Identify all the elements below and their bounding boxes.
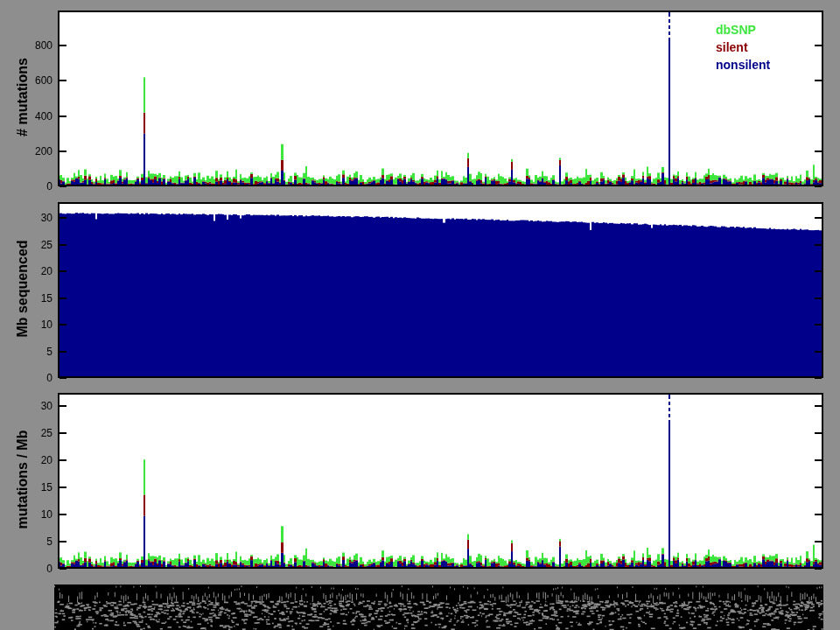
legend-item-silent: silent — [716, 38, 770, 56]
y-tick-label: 0 — [0, 563, 52, 575]
y-tick-label: 5 — [0, 536, 52, 548]
y-tick-label: 5 — [0, 346, 52, 358]
y-tick-label: 15 — [0, 292, 52, 304]
y-tick-label: 400 — [0, 110, 52, 122]
mutation-rate-figure: # mutations Mb sequenced mutations / Mb … — [0, 0, 840, 630]
y-tick-label: 0 — [0, 180, 52, 192]
charts-canvas — [0, 0, 840, 630]
y-tick-label: 15 — [0, 481, 52, 494]
y-tick-label: 0 — [0, 372, 52, 384]
y-tick-label: 600 — [0, 74, 52, 87]
legend-item-nonsilent: nonsilent — [716, 56, 770, 74]
y-tick-label: 200 — [0, 145, 52, 158]
y-tick-label: 30 — [0, 212, 52, 224]
y-tick-label: 10 — [0, 318, 52, 331]
y-axis-label-mutations: # mutations — [15, 1, 31, 193]
legend-item-dbsnp: dbSNP — [716, 21, 770, 38]
legend: dbSNP silent nonsilent — [716, 21, 770, 74]
y-tick-label: 25 — [0, 427, 52, 439]
y-tick-label: 800 — [0, 39, 52, 52]
y-tick-label: 20 — [0, 265, 52, 277]
y-tick-label: 20 — [0, 454, 52, 466]
y-tick-label: 10 — [0, 508, 52, 521]
y-tick-label: 25 — [0, 239, 52, 251]
y-tick-label: 30 — [0, 400, 52, 412]
